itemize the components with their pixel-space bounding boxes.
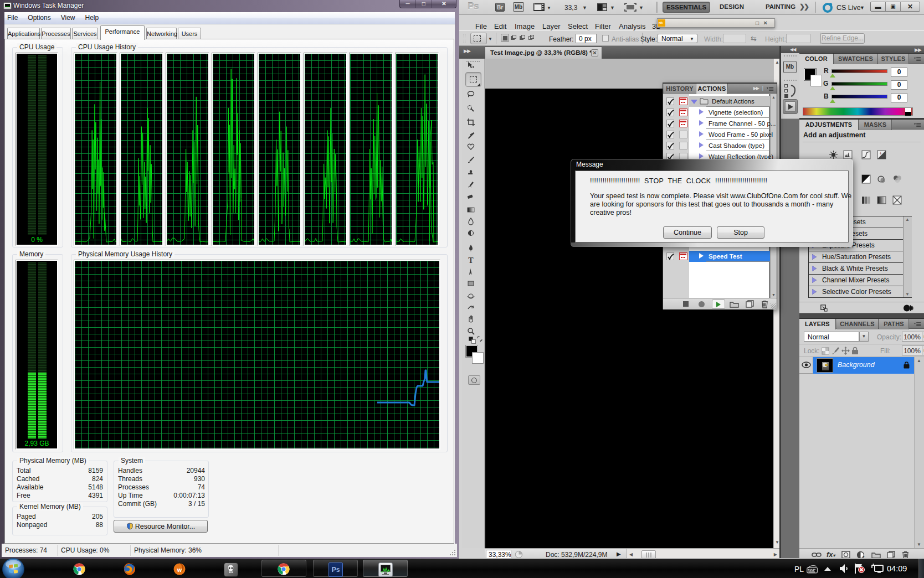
svg-text:T: T (468, 256, 474, 265)
svg-text:+: + (879, 151, 882, 156)
svg-text:w: w (177, 566, 182, 573)
